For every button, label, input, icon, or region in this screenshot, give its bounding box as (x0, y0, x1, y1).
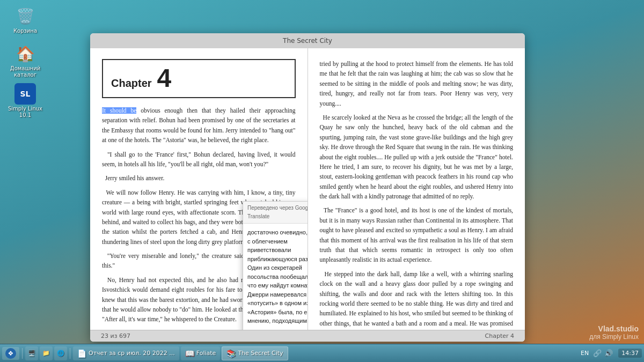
taskbar-divider-2 (70, 348, 70, 359)
ebook-window: The Secret City Chapter 4 It should be o… (90, 33, 525, 342)
right-paragraph-4: He stepped into the dark hall, damp like… (320, 269, 514, 330)
taskbar-system-icon-1[interactable]: 🖥️ (25, 346, 38, 360)
watermark-subtitle: для Simply Linux (589, 333, 639, 341)
taskbar-system-icon-2[interactable]: 📁 (40, 346, 53, 360)
taskbar-tray: EN 🔗 🔊 14:37 (576, 349, 642, 358)
chapter-header: Chapter 4 (102, 59, 296, 98)
desktop-icon-sl-label: Simply Linux10.1 (8, 106, 42, 119)
taskbar-clock: 14:37 (618, 349, 642, 358)
translate-popup: Переведено через Google Translate достат… (243, 201, 308, 330)
home-icon: 🏠 (14, 43, 36, 64)
system-icon-2: 📁 (42, 350, 50, 357)
chapter-word: Chapter (111, 75, 152, 92)
taskbar-item-foliate[interactable]: 📖 Foliate (181, 346, 221, 360)
desktop-icon-trash-label: Корзина (13, 28, 37, 34)
taskbar-item-secret-city-label: The Secret City (238, 350, 283, 357)
taskbar-item-file-manager-label: Отчет за ср июл. 20 2022 ... (89, 350, 175, 357)
page-count: 23 из 697 (101, 333, 130, 339)
paragraph-2: "I shall go to the 'France' first," Bohu… (102, 150, 296, 169)
watermark: Vlad.studio для Simply Linux (589, 324, 639, 341)
desktop: 🗑️ Корзина 🏠 Домашнийкаталог SL Simply L… (0, 0, 644, 362)
file-manager-icon: 📄 (77, 349, 86, 358)
secret-city-icon: 📚 (226, 349, 236, 358)
paragraph-1: It should be obvious enough then that th… (102, 106, 296, 145)
right-paragraph-2: He scarcely looked at the Neva as he cro… (320, 113, 514, 202)
system-icon-1: 🖥️ (28, 350, 35, 357)
chapter-number: 4 (157, 65, 172, 91)
ebook-title: The Secret City (283, 37, 332, 45)
taskbar: ❖ 🖥️ 📁 🌐 📄 Отчет за ср июл. 20 2022 ... … (0, 344, 644, 362)
book-text-right: tried by pulling at the hood to protect … (320, 59, 514, 330)
sl-icon: SL (14, 83, 36, 105)
paragraph-3: Jerry smiled his answer. (102, 173, 296, 183)
tray-lang[interactable]: EN (579, 350, 590, 357)
foliate-icon: 📖 (185, 349, 194, 358)
desktop-icon-trash[interactable]: 🗑️ Корзина (6, 5, 44, 34)
start-icon: ❖ (5, 348, 16, 359)
desktop-icon-home[interactable]: 🏠 Домашнийкаталог (6, 43, 44, 78)
ebook-statusbar: 23 из 697 Chapter 4 (90, 330, 525, 342)
right-paragraph-1: tried by pulling at the hood to protect … (320, 59, 514, 108)
right-paragraph-3: The "France" is a good hotel, and its ho… (320, 205, 514, 264)
highlight-text: It should be (102, 107, 136, 114)
ebook-titlebar: The Secret City (90, 33, 525, 48)
tray-volume-icon[interactable]: 🔊 (604, 349, 613, 357)
taskbar-item-secret-city[interactable]: 📚 The Secret City (222, 346, 288, 360)
translate-popup-text: достаточно очевидно, что они с облегчени… (243, 224, 308, 330)
taskbar-system-icon-3[interactable]: 🌐 (54, 346, 67, 360)
taskbar-item-foliate-label: Foliate (196, 350, 216, 357)
trash-icon: 🗑️ (14, 5, 36, 27)
ebook-content: Chapter 4 It should be obvious enough th… (90, 48, 525, 330)
system-icon-3: 🌐 (57, 350, 64, 357)
desktop-icon-home-label: Домашнийкаталог (10, 65, 40, 78)
taskbar-item-file-manager[interactable]: 📄 Отчет за ср июл. 20 2022 ... (73, 346, 179, 360)
translate-popup-header: Переведено через Google Translate (243, 202, 308, 224)
desktop-icon-sl[interactable]: SL Simply Linux10.1 (6, 83, 44, 119)
tray-network-icon: 🔗 (593, 349, 602, 357)
watermark-brand: Vlad.studio (589, 324, 639, 333)
taskbar-divider-1 (22, 348, 23, 359)
translate-popup-footer: Russian ⋮ (243, 330, 308, 330)
book-right-page: tried by pulling at the hood to protect … (308, 48, 525, 330)
taskbar-start-button[interactable]: ❖ (2, 347, 19, 360)
chapter-status: Chapter 4 (485, 333, 514, 339)
tray-icons: EN 🔗 🔊 (576, 349, 616, 357)
book-left-page: Chapter 4 It should be obvious enough th… (90, 48, 308, 330)
